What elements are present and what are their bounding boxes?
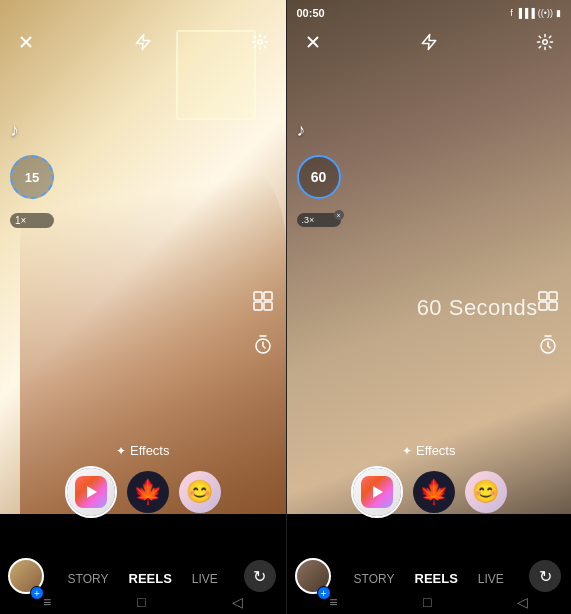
effects-label-left[interactable]: ✦ Effects (116, 443, 170, 458)
effect-maple-left[interactable]: 🍁 (127, 471, 169, 513)
close-button-right[interactable] (301, 30, 325, 54)
nav-live-right[interactable]: LIVE (478, 572, 504, 586)
speed-badge-right[interactable]: .3× × (297, 213, 341, 227)
right-panel: 00:50 f ▐▐▐ ((•)) ▮ ♪ 60 .3× × (286, 0, 572, 614)
top-controls-left (0, 24, 286, 60)
status-icons-right: f ▐▐▐ ((•)) ▮ (510, 8, 561, 18)
avatar-plus-left[interactable]: + (30, 586, 44, 600)
grid-icon-left[interactable] (252, 290, 274, 317)
effects-label-right[interactable]: ✦ Effects (402, 443, 456, 458)
timer-circle-right[interactable]: 60 (297, 155, 341, 199)
effects-text-left: Effects (130, 443, 170, 458)
left-viewfinder (0, 0, 286, 514)
effect-face-left[interactable]: 😊 (179, 471, 221, 513)
sys-back-right[interactable]: ◁ (517, 594, 528, 610)
svg-rect-8 (549, 292, 557, 300)
left-bg (0, 0, 286, 514)
timer-value-left: 15 (25, 170, 39, 185)
signal-icon-right: ▐▐▐ (516, 8, 535, 18)
right-side-controls-left (252, 290, 274, 360)
left-side-controls: ♪ 15 1× (10, 120, 54, 228)
reel-inner-right (361, 476, 393, 508)
right-viewfinder (287, 0, 572, 514)
effects-bar-left: ✦ Effects 🍁 😊 (0, 443, 286, 518)
effects-sparkle-left: ✦ (116, 444, 126, 458)
timer-icon-right[interactable] (537, 333, 559, 360)
nav-reels-right[interactable]: REELS (415, 571, 458, 586)
bottom-nav-left: STORY REELS LIVE (0, 571, 286, 586)
maple-icon-left: 🍁 (133, 478, 163, 506)
svg-rect-2 (264, 292, 272, 300)
sys-menu-right[interactable]: ≡ (329, 594, 337, 610)
sys-home-right[interactable]: □ (423, 594, 431, 610)
right-bg (287, 0, 572, 514)
music-icon-right[interactable]: ♪ (297, 120, 341, 141)
svg-rect-9 (539, 302, 547, 310)
speed-close-right[interactable]: × (334, 210, 344, 220)
nav-live-left[interactable]: LIVE (192, 572, 218, 586)
face-icon-left: 😊 (186, 479, 213, 505)
flash-icon-right[interactable] (417, 30, 441, 54)
reel-icon-inner-right (353, 468, 401, 516)
bottom-nav-right: STORY REELS LIVE (287, 571, 572, 586)
reel-inner-left (75, 476, 107, 508)
effect-face-right[interactable]: 😊 (465, 471, 507, 513)
sys-back-left[interactable]: ◁ (232, 594, 243, 610)
left-side-controls-right: ♪ 60 .3× × (297, 120, 341, 227)
svg-rect-7 (539, 292, 547, 300)
settings-icon-left[interactable] (248, 30, 272, 54)
left-panel: ♪ 15 1× ✦ (0, 0, 286, 614)
svg-rect-4 (264, 302, 272, 310)
speed-value-right: .3× (302, 215, 315, 225)
right-side-controls-right (537, 290, 559, 360)
timer-value-right: 60 (311, 169, 327, 185)
speed-badge-left[interactable]: 1× (10, 213, 54, 228)
sys-home-left[interactable]: □ (137, 594, 145, 610)
fb-icon-right: f (510, 8, 513, 18)
svg-rect-10 (549, 302, 557, 310)
timer-circle-left[interactable]: 15 (10, 155, 54, 199)
grid-icon-right[interactable] (537, 290, 559, 317)
settings-icon-right[interactable] (533, 30, 557, 54)
nav-reels-left[interactable]: REELS (129, 571, 172, 586)
reel-play-left (87, 486, 97, 498)
face-icon-right: 😊 (472, 479, 499, 505)
timer-icon-left[interactable] (252, 333, 274, 360)
svg-point-0 (257, 40, 262, 45)
maple-icon-right: 🍁 (419, 478, 449, 506)
svg-rect-1 (254, 292, 262, 300)
effects-icons-left: 🍁 😊 (65, 466, 221, 518)
seconds-label-right: 60 Seconds (417, 295, 538, 321)
reel-play-right (373, 486, 383, 498)
effects-bar-right: ✦ Effects 🍁 😊 (287, 443, 572, 518)
effects-text-right: Effects (416, 443, 456, 458)
wifi-icon-right: ((•)) (538, 8, 553, 18)
effect-reel-right[interactable] (351, 466, 403, 518)
close-button-left[interactable] (14, 30, 38, 54)
battery-icon-right: ▮ (556, 8, 561, 18)
effect-reel-left[interactable] (65, 466, 117, 518)
nav-story-left[interactable]: STORY (68, 572, 109, 586)
music-icon-left[interactable]: ♪ (10, 120, 54, 141)
status-time-right: 00:50 (297, 7, 325, 19)
svg-rect-3 (254, 302, 262, 310)
effects-icons-right: 🍁 😊 (351, 466, 507, 518)
status-bar-right: 00:50 f ▐▐▐ ((•)) ▮ (287, 0, 572, 22)
effect-maple-right[interactable]: 🍁 (413, 471, 455, 513)
svg-point-6 (543, 40, 548, 45)
seconds-text: 60 Seconds (417, 295, 538, 320)
flash-icon-left[interactable] (131, 30, 155, 54)
sys-menu-left[interactable]: ≡ (43, 594, 51, 610)
reel-icon-inner-left (67, 468, 115, 516)
nav-story-right[interactable]: STORY (354, 572, 395, 586)
top-controls-right (287, 24, 572, 60)
avatar-plus-right[interactable]: + (317, 586, 331, 600)
effects-sparkle-right: ✦ (402, 444, 412, 458)
speed-value-left: 1× (15, 215, 26, 226)
